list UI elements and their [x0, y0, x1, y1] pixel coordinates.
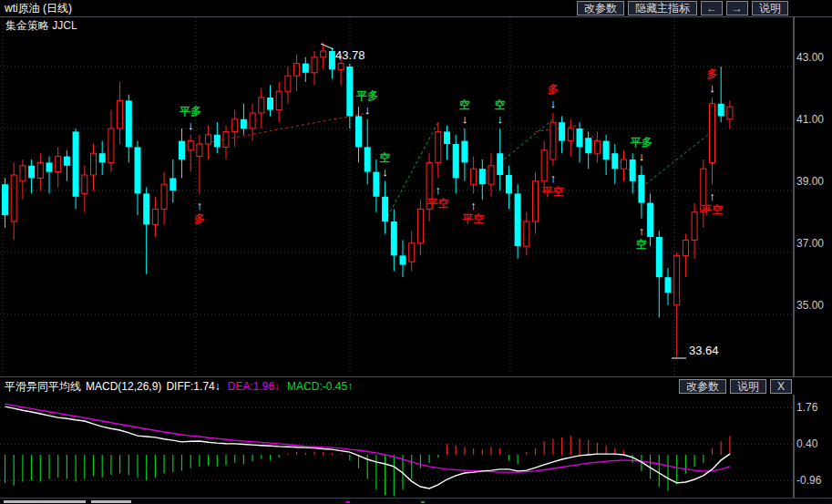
- signal-label: 多: [548, 83, 559, 96]
- next-panel-clipped-strip: [0, 499, 832, 504]
- macd-change-params-button[interactable]: 改参数: [679, 379, 726, 394]
- main-candlestick-chart[interactable]: 43.0041.0039.0037.0035.00平多↓↑多平多↓空↓↑平空空↓…: [0, 17, 832, 376]
- candle-down: [515, 193, 521, 246]
- candle-down: [169, 178, 176, 190]
- candle-down: [64, 157, 70, 166]
- candle-down: [329, 51, 335, 69]
- up-arrow-icon: ↑: [470, 199, 477, 212]
- signal-label: 平空: [701, 203, 724, 216]
- title-bar: wti原油 (日线) 改参数 隐藏主指标 ← → 说明: [0, 0, 832, 17]
- macd-dea-value: DEA:1.96↓: [228, 380, 280, 393]
- candle-down: [73, 131, 79, 196]
- price-axis-label: 43.00: [796, 51, 824, 64]
- macd-buttons: 改参数 说明 X: [675, 379, 832, 394]
- candle-up: [161, 184, 167, 209]
- candle-up: [594, 141, 600, 154]
- candle-down: [559, 122, 565, 140]
- signal-label: 多: [707, 67, 718, 80]
- signal-label: 平多: [355, 89, 378, 102]
- candle-up: [533, 181, 539, 221]
- down-arrow-icon: ↓: [639, 149, 645, 163]
- hide-main-indicator-button[interactable]: 隐藏主指标: [628, 1, 697, 15]
- price-axis-label: 41.00: [796, 113, 824, 126]
- candle-down: [365, 147, 371, 171]
- candle-up: [710, 104, 715, 163]
- titlebar-buttons: 改参数 隐藏主指标 ← → 说明: [573, 1, 832, 15]
- candle-up: [223, 131, 229, 147]
- signal-label: 空: [636, 238, 647, 251]
- candle-up: [20, 166, 26, 181]
- macd-chart[interactable]: 1.760.40-0.96: [0, 395, 832, 498]
- candle-down: [638, 175, 644, 203]
- candle-up: [436, 131, 441, 162]
- candle-up: [550, 122, 556, 159]
- candle-down: [346, 67, 353, 116]
- down-arrow-icon: ↓: [188, 118, 194, 132]
- candle-up: [621, 159, 627, 169]
- candle-down: [373, 172, 379, 197]
- clipped-text-fragment: [91, 500, 131, 503]
- signal-label: 空: [380, 151, 391, 164]
- help-button[interactable]: 说明: [752, 1, 788, 15]
- down-arrow-icon: ↓: [365, 103, 371, 117]
- macd-header: 平滑异同平均线 MACD(12,26,9) DIFF:1.74↓ DEA:1.9…: [0, 376, 832, 396]
- candle-down: [506, 175, 512, 193]
- up-arrow-icon: ↑: [197, 199, 203, 212]
- candle-up: [294, 64, 300, 77]
- candle-down: [179, 141, 185, 159]
- candle-up: [683, 240, 688, 255]
- candle-down: [99, 153, 106, 162]
- down-arrow-icon: ↓: [497, 112, 503, 126]
- signal-label: 平多: [179, 105, 201, 118]
- candle-down: [267, 98, 273, 110]
- symbol-title: wti原油 (日线): [0, 1, 72, 16]
- macd-axis-label: -0.96: [796, 474, 822, 487]
- prev-arrow-button[interactable]: ←: [701, 1, 723, 15]
- price-axis-label: 35.00: [796, 299, 824, 312]
- candle-up: [524, 221, 529, 246]
- candle-up: [727, 107, 733, 119]
- clipped-text-fragment: [4, 500, 86, 503]
- down-arrow-icon: ↓: [709, 81, 715, 95]
- candle-down: [603, 141, 610, 159]
- clipped-dot: [346, 501, 350, 503]
- candle-up: [417, 209, 423, 242]
- macd-help-button[interactable]: 说明: [730, 379, 766, 394]
- candle-up: [488, 166, 494, 184]
- candle-down: [241, 119, 247, 129]
- candle-down: [135, 147, 141, 193]
- macd-axis-label: 1.76: [796, 401, 818, 414]
- candle-down: [461, 141, 467, 163]
- candle-down: [46, 162, 53, 171]
- candle-down: [585, 138, 591, 153]
- macd-indicator-name: 平滑异同平均线: [5, 379, 81, 395]
- candle-up: [541, 150, 547, 181]
- macd-diff-value: DIFF:1.74↓: [166, 380, 220, 393]
- main-indicator-label: 集金策略 JJCL: [5, 19, 77, 32]
- candle-up: [250, 113, 255, 129]
- candle-down: [453, 144, 459, 178]
- next-arrow-button[interactable]: →: [726, 1, 748, 15]
- down-arrow-icon: ↓: [462, 112, 468, 126]
- price-pointer-line: [321, 44, 334, 49]
- candle-up: [11, 175, 16, 221]
- candle-down: [143, 193, 149, 224]
- candle-up: [232, 119, 238, 132]
- candle-up: [206, 135, 211, 144]
- candle-up: [321, 51, 326, 57]
- candle-down: [577, 129, 583, 147]
- macd-axis-label: 0.40: [796, 437, 818, 450]
- candle-up: [152, 209, 158, 224]
- candle-up: [471, 169, 477, 184]
- candle-down: [355, 116, 362, 147]
- candle-up: [276, 91, 282, 109]
- candle-up: [338, 64, 344, 70]
- candle-down: [126, 100, 132, 147]
- candle-down: [400, 255, 406, 264]
- signal-label: 空: [459, 98, 470, 111]
- macd-close-button[interactable]: X: [770, 379, 792, 394]
- change-params-button[interactable]: 改参数: [577, 1, 624, 15]
- candle-up: [82, 175, 87, 193]
- candle-up: [312, 57, 317, 73]
- candle-up: [108, 129, 114, 162]
